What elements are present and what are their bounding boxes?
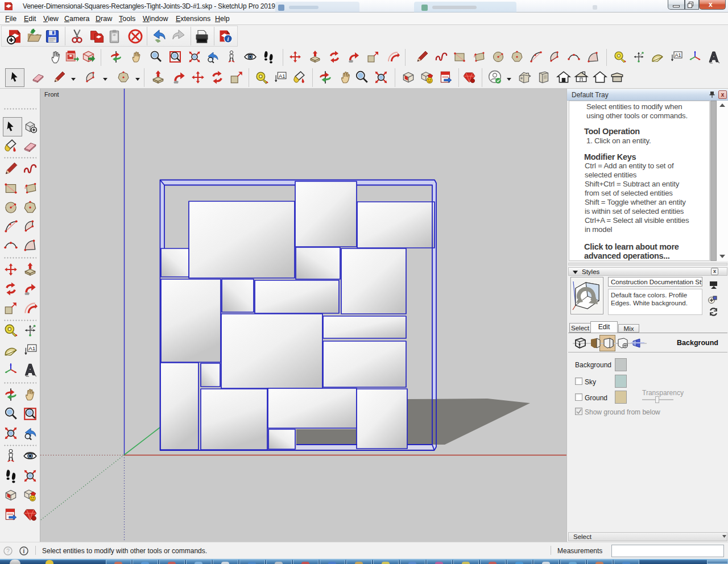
svg-text:Front: Front — [44, 91, 59, 98]
svg-text:?: ? — [6, 548, 10, 554]
svg-text:i: i — [23, 548, 25, 554]
